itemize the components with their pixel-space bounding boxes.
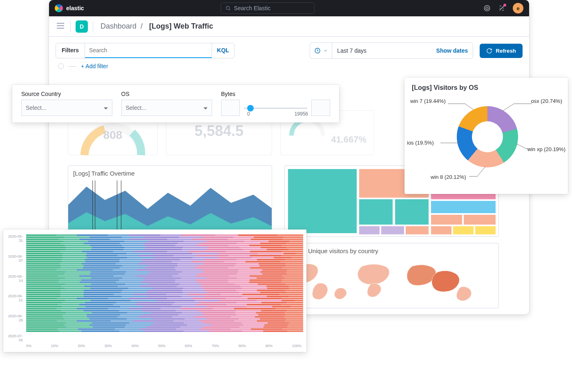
time-range-picker[interactable]: Last 7 days Show dates bbox=[310, 42, 473, 59]
stack-row bbox=[26, 253, 303, 254]
stack-row bbox=[26, 294, 303, 295]
help-icon[interactable] bbox=[483, 4, 491, 12]
stack-row bbox=[26, 328, 303, 330]
stack-row bbox=[26, 304, 303, 305]
stack-row bbox=[26, 318, 303, 320]
x-tick: 50% bbox=[158, 344, 165, 350]
search-icon bbox=[225, 5, 231, 11]
slider-thumb-icon[interactable] bbox=[247, 105, 254, 111]
stack-row bbox=[26, 277, 303, 279]
stack-row bbox=[26, 279, 303, 281]
stack-row bbox=[26, 326, 303, 328]
stack-row bbox=[26, 290, 303, 291]
chevron-down-icon bbox=[323, 48, 328, 53]
refresh-icon bbox=[486, 48, 492, 54]
x-tick: 90% bbox=[265, 344, 273, 350]
stack-row bbox=[26, 273, 303, 275]
show-dates-link[interactable]: Show dates bbox=[431, 47, 473, 54]
query-language-switcher[interactable]: KQL bbox=[212, 43, 234, 58]
separator: / bbox=[139, 22, 147, 30]
x-tick: 10% bbox=[51, 344, 58, 350]
stack-row bbox=[26, 296, 303, 297]
brand-logo[interactable]: elastic bbox=[55, 4, 84, 12]
y-tick: 2020-06-14 bbox=[7, 274, 23, 283]
stack-row bbox=[26, 310, 303, 312]
stack-row bbox=[26, 298, 303, 299]
notification-dot-icon bbox=[503, 4, 506, 7]
stack-row bbox=[26, 267, 303, 269]
avg-bytes-value: 5,584.5 bbox=[166, 122, 272, 140]
bytes-min-input[interactable] bbox=[221, 100, 240, 116]
x-tick: 80% bbox=[239, 344, 246, 350]
traffic-title: [Logs] Traffic Overtime bbox=[73, 170, 135, 177]
visitors-by-os-panel: [Logs] Visitors by OS win 7 (19.44%) osx… bbox=[404, 78, 568, 194]
os-select[interactable]: Select... bbox=[121, 100, 212, 116]
stacked-bar-chart bbox=[26, 234, 303, 336]
global-search-input[interactable]: Search Elastic bbox=[221, 2, 315, 14]
bytes-min: 0 bbox=[247, 111, 250, 117]
y-tick: 2020-07-05 bbox=[7, 334, 23, 342]
controls-panel: Source Country Select... OS Select... By… bbox=[12, 85, 339, 122]
stack-row bbox=[26, 243, 303, 244]
filters-button[interactable]: Filters bbox=[56, 43, 85, 58]
time-range-text: Last 7 days bbox=[332, 47, 431, 54]
source-country-placeholder: Select... bbox=[26, 105, 47, 111]
stack-row bbox=[26, 306, 303, 307]
bytes-max: 19956 bbox=[295, 111, 308, 117]
global-topbar: elastic Search Elastic e bbox=[49, 0, 529, 16]
x-tick: 30% bbox=[105, 344, 112, 350]
x-tick: 70% bbox=[212, 344, 219, 350]
stack-row bbox=[26, 234, 303, 236]
breadcrumb-bar: D Dashboard / [Logs] Web Traffic bbox=[49, 16, 529, 37]
stack-row bbox=[26, 245, 303, 246]
x-tick: 20% bbox=[78, 344, 85, 350]
newsfeed-icon[interactable] bbox=[498, 4, 505, 12]
os-label: OS bbox=[121, 91, 212, 97]
stack-row bbox=[26, 261, 303, 263]
stack-row bbox=[26, 300, 303, 301]
traffic-overtime-panel: [Logs] Traffic Overtime bbox=[68, 165, 272, 237]
stack-row bbox=[26, 271, 303, 273]
breadcrumb-root[interactable]: Dashboard bbox=[101, 22, 136, 30]
refresh-button[interactable]: Refresh bbox=[480, 44, 523, 58]
breadcrumb-current: [Logs] Web Traffic bbox=[149, 22, 213, 30]
stack-row bbox=[26, 283, 303, 285]
x-tick: 40% bbox=[131, 344, 139, 350]
stack-row bbox=[26, 330, 303, 332]
x-tick: 60% bbox=[185, 344, 192, 350]
stack-row bbox=[26, 238, 303, 240]
x-tick: 0% bbox=[26, 344, 31, 350]
stack-row bbox=[26, 320, 303, 322]
source-country-label: Source Country bbox=[21, 91, 112, 97]
stack-row bbox=[26, 236, 303, 238]
svg-point-0 bbox=[226, 6, 229, 9]
y-tick: 2020-05-31 bbox=[7, 234, 23, 243]
stack-row bbox=[26, 241, 303, 242]
filter-handle-icon bbox=[58, 63, 64, 69]
stack-row bbox=[26, 269, 303, 271]
elastic-logo-icon bbox=[55, 4, 63, 12]
kql-search-input[interactable] bbox=[85, 43, 212, 58]
stack-row bbox=[26, 285, 303, 287]
bytes-max-input[interactable] bbox=[311, 100, 330, 116]
app-badge[interactable]: D bbox=[76, 20, 88, 33]
stack-row bbox=[26, 308, 303, 310]
brand-text: elastic bbox=[66, 5, 84, 11]
stack-row bbox=[26, 249, 303, 250]
source-country-select[interactable]: Select... bbox=[21, 100, 112, 116]
stack-row bbox=[26, 314, 303, 316]
add-filter-link[interactable]: + Add filter bbox=[81, 63, 108, 69]
unique-visitors-panel: [Logs] Unique visitors by country bbox=[284, 243, 499, 308]
donut-title: [Logs] Visitors by OS bbox=[412, 84, 561, 91]
user-avatar[interactable]: e bbox=[513, 3, 523, 13]
stacked-bar-panel: 2020-05-312020-06-072020-06-142020-06-21… bbox=[3, 229, 306, 352]
menu-icon[interactable] bbox=[56, 21, 65, 32]
stack-row bbox=[26, 324, 303, 326]
query-bar: Filters KQL Last 7 days Show dates Refre… bbox=[49, 37, 529, 59]
y-tick: 2020-06-21 bbox=[7, 294, 23, 302]
stack-row bbox=[26, 287, 303, 289]
stack-row bbox=[26, 251, 303, 252]
gauge-value: 808 bbox=[68, 129, 157, 142]
stack-row bbox=[26, 265, 303, 267]
bytes-slider[interactable]: 0 19956 bbox=[244, 100, 307, 115]
